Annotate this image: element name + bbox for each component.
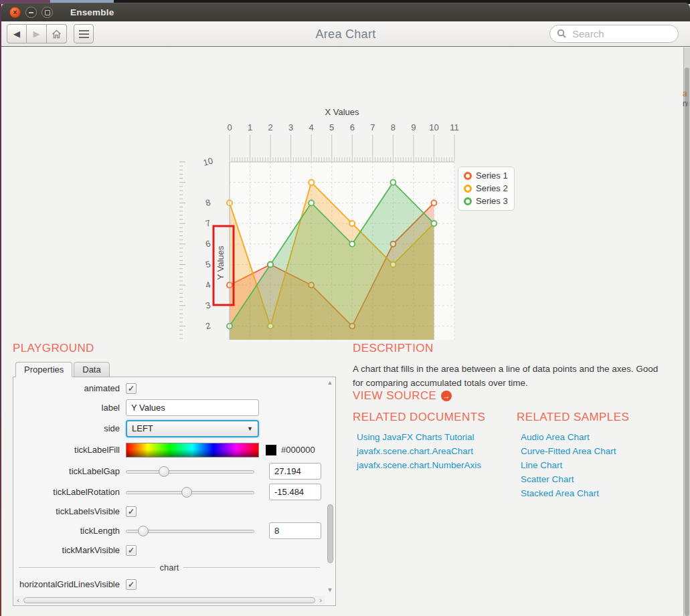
value-field-tickLabelGap[interactable] (269, 463, 321, 480)
window-close-button[interactable]: × (9, 7, 21, 18)
related-sample-link[interactable]: Curve-Fitted Area Chart (521, 444, 616, 458)
property-row-tickLabelGap: tickLabelGap (13, 461, 325, 482)
related-samples-heading: RELATED SAMPLES (517, 411, 629, 424)
checkbox-animated[interactable]: ✓ (126, 383, 137, 394)
search-box[interactable] (549, 25, 679, 43)
slider-thumb[interactable] (159, 466, 169, 477)
legend-label: Series 1 (476, 171, 508, 181)
related-documents-heading: RELATED DOCUMENTS (353, 411, 485, 424)
related-sample-link[interactable]: Scatter Chart (521, 472, 616, 486)
property-row-tickLength: tickLength (13, 520, 325, 541)
x-tick-label: 5 (329, 122, 334, 132)
related-document-link[interactable]: Using JavaFX Charts Tutorial (357, 430, 481, 444)
x-tick-label: 8 (391, 122, 396, 132)
property-row-tickLabelsVisible: tickLabelsVisible✓ (13, 502, 325, 520)
checkbox-horizontalGridLinesVisible[interactable]: ✓ (126, 579, 137, 590)
scroll-left-icon[interactable]: ‹ (14, 596, 22, 605)
property-row-tickMarkVisible: tickMarkVisible✓ (13, 541, 325, 559)
value-field-tickLabelRotation[interactable] (269, 484, 321, 500)
y-axis-title: Y Values (215, 245, 226, 280)
property-label: tickLength (16, 526, 126, 536)
checkbox-tickLabelsVisible[interactable]: ✓ (126, 506, 137, 517)
legend-marker-icon (464, 172, 472, 180)
view-source-label: VIEW SOURCE (353, 389, 436, 403)
series-point-3 (349, 241, 355, 247)
property-row-label: label (13, 397, 325, 418)
window-maximize-button[interactable] (41, 7, 53, 18)
separator-label: chart (155, 562, 184, 573)
related-documents-list: Using JavaFX Charts Tutorialjavafx.scene… (357, 430, 481, 472)
horizontal-scrollbar-thumb[interactable] (23, 597, 315, 603)
toolbar: ◀ ▶ Area Chart (1, 21, 690, 47)
description-heading: DESCRIPTION (353, 342, 434, 355)
property-label: tickLabelRotation (16, 487, 126, 497)
window-vertical-scrollbar[interactable] (683, 47, 690, 616)
related-sample-link[interactable]: Audio Area Chart (521, 430, 616, 444)
y-tick-label: 10 (202, 156, 214, 168)
search-icon (557, 29, 567, 39)
related-sample-link[interactable]: Stacked Area Chart (521, 486, 616, 500)
related-samples-list: Audio Area ChartCurve-Fitted Area ChartL… (521, 430, 616, 500)
window-scrollbar-thumb[interactable] (685, 68, 689, 616)
slider-thumb[interactable] (181, 487, 192, 498)
slider-tickLabelGap[interactable] (126, 466, 254, 477)
y-tick-label: 3 (204, 300, 211, 310)
property-row-animated: animated✓ (13, 379, 325, 397)
color-gradient-picker[interactable] (126, 443, 259, 457)
series-point-2 (309, 180, 314, 185)
x-tick-label: 0 (227, 122, 232, 132)
x-tick-label: 11 (450, 122, 459, 132)
scroll-right-icon[interactable]: › (317, 596, 325, 605)
y-tick-label: 5 (204, 259, 211, 270)
chevron-down-icon: ▼ (247, 425, 253, 432)
property-label: label (16, 403, 126, 413)
search-input[interactable] (571, 27, 671, 40)
legend-label: Series 3 (476, 196, 508, 206)
legend-item: Series 1 (464, 171, 508, 181)
x-tick-label: 9 (411, 122, 416, 132)
legend-marker-icon (464, 197, 472, 205)
related-document-link[interactable]: javafx.scene.chart.AreaChart (357, 444, 481, 458)
property-label: tickLabelsVisible (16, 506, 126, 516)
scroll-up-icon[interactable]: ▲ (326, 379, 334, 386)
x-tick-label: 3 (288, 122, 293, 132)
property-label: side (16, 423, 126, 433)
x-tick-label: 4 (309, 122, 314, 132)
dropdown-side[interactable]: LEFT▼ (126, 420, 259, 437)
view-source-link[interactable]: VIEW SOURCE → (353, 389, 452, 403)
horizontal-scrollbar[interactable]: ‹ › (14, 596, 325, 605)
slider-thumb[interactable] (138, 526, 149, 536)
tab-data[interactable]: Data (74, 362, 109, 377)
description-text: A chart that fills in the area between a… (353, 363, 667, 391)
x-tick-label: 1 (248, 122, 252, 132)
vertical-scrollbar-thumb[interactable] (327, 504, 333, 563)
slider-track[interactable] (126, 470, 254, 474)
y-tick-label: 7 (204, 218, 211, 229)
slider-tickLength[interactable] (126, 526, 254, 536)
related-document-link[interactable]: javafx.scene.chart.NumberAxis (357, 458, 481, 472)
value-field-tickLength[interactable] (269, 522, 321, 539)
y-tick-label: 4 (204, 280, 211, 290)
y-tick-label: 8 (204, 197, 211, 208)
text-field-label[interactable] (126, 399, 259, 416)
chart-legend: Series 1Series 2Series 3 (458, 167, 515, 211)
series-point-3 (268, 262, 273, 268)
property-row-clipped (13, 593, 325, 595)
legend-label: Series 2 (476, 183, 508, 193)
window-minimize-button[interactable] (25, 7, 37, 18)
playground-tabs: PropertiesData (15, 362, 111, 377)
checkbox-tickMarkVisible[interactable]: ✓ (126, 545, 137, 556)
y-tick-label: 6 (204, 238, 211, 249)
property-row-tickLabelFill: tickLabelFill#000000 (13, 439, 325, 461)
x-axis-title: X Values (325, 107, 359, 117)
legend-item: Series 3 (464, 196, 508, 206)
property-label: horizontalGridLinesVisible (16, 579, 126, 589)
dropdown-value: LEFT (132, 423, 153, 433)
related-sample-link[interactable]: Line Chart (521, 458, 616, 472)
scroll-down-icon[interactable]: ▼ (326, 587, 334, 593)
playground-heading: PLAYGROUND (13, 342, 94, 355)
slider-tickLabelRotation[interactable] (126, 487, 254, 498)
property-label: animated (16, 383, 126, 393)
color-swatch (266, 445, 276, 455)
tab-properties[interactable]: Properties (15, 362, 72, 377)
